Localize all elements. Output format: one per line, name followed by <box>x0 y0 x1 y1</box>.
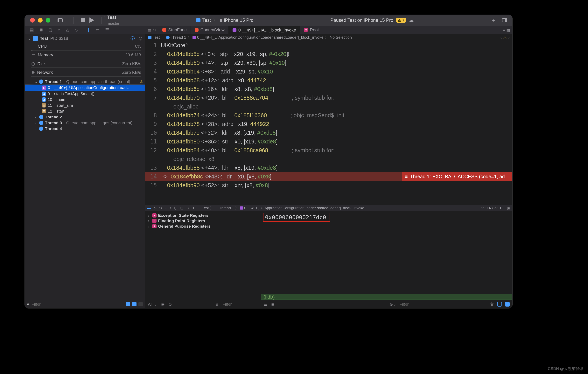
process-header[interactable]: ⌄ Test PID 6318 ⓘ ◎ <box>25 34 145 43</box>
chevron-right-icon: › <box>34 121 38 125</box>
chevron-right-icon: › <box>148 213 151 218</box>
issue-nav-icon[interactable]: △ <box>66 27 69 32</box>
quicklook-icon[interactable]: ⊙ <box>168 302 172 307</box>
stack-frame-row[interactable]: ▥11 start_sim <box>25 103 145 108</box>
tab-stubfunc[interactable]: StubFunc <box>158 26 190 34</box>
back-button[interactable]: ▤ <box>147 28 151 32</box>
chevron-down-icon: ⌄ <box>34 79 38 84</box>
continue-icon[interactable]: ▷ <box>154 206 157 210</box>
stack-frame-row[interactable]: ◪10 main <box>25 97 145 103</box>
variables-footer: All ⌄ ◉ ⊙ ⊜ <box>145 300 261 308</box>
disassembly-editor[interactable]: 1UIKitCore`: 2 0x184efbb5c <+0>: stp x20… <box>145 41 512 205</box>
stack-frame-row[interactable]: ▥12 start <box>25 108 145 114</box>
debug-simulate-icon[interactable]: ⤳ <box>186 206 189 210</box>
stack-frame-row[interactable]: ◪9 static TestApp.$main() <box>25 91 145 97</box>
scope-selector[interactable]: All ⌄ <box>148 302 157 307</box>
swift-icon <box>162 28 166 32</box>
svg-rect-3 <box>505 19 507 22</box>
lldb-console[interactable]: (lldb) <box>261 294 512 300</box>
hide-debug-icon[interactable]: ▬ <box>147 206 151 210</box>
debug-nav-icon[interactable]: ❘❘ <box>83 27 90 32</box>
frame-icon <box>240 207 243 209</box>
close-window[interactable] <box>30 18 35 22</box>
step-out-icon[interactable]: ↑ <box>170 206 172 210</box>
cloud-status-icon[interactable]: ☁︎ <box>409 17 414 23</box>
thread-row[interactable]: ⌄Thread 1 Queue: com.app…in-thread (seri… <box>25 79 145 84</box>
memory-gauge[interactable]: ▭Memory23.6 MB <box>25 52 145 58</box>
console-filter-input[interactable] <box>399 302 487 307</box>
register-group[interactable]: ›RGeneral Purpose Registers <box>148 224 258 229</box>
project-nav-icon[interactable]: ▤ <box>30 27 34 32</box>
stack-frame-row[interactable]: ◧0 __49+[_UIApplicationConfigurationLoad… <box>25 84 145 91</box>
jump-bar[interactable]: Test〉 Thread 1〉 0 __49+[_UIApplicationCo… <box>145 34 512 41</box>
tab-disassembly[interactable]: 0 __49+[_UIA…_block_invoke <box>229 26 300 34</box>
filter-opt2[interactable] <box>132 302 136 306</box>
toggle-console-icon[interactable] <box>505 302 510 307</box>
thread-row[interactable]: ›Thread 2 <box>25 114 145 120</box>
view-mode-icon[interactable]: ⬓ <box>264 302 268 307</box>
toggle-left-panel-icon[interactable] <box>56 16 64 24</box>
filter-opt1[interactable] <box>126 302 130 306</box>
tab-contentview[interactable]: ContentView <box>191 26 229 34</box>
sidebar-footer: ⊜ <box>25 300 145 308</box>
value-preview-pane: 0x0000600000217dc0 <box>261 211 512 294</box>
step-over-icon[interactable]: ↷ <box>159 206 162 210</box>
step-in-icon[interactable]: ↓ <box>165 206 167 210</box>
history-back[interactable]: ‹ <box>152 28 154 32</box>
thread-row[interactable]: ›Thread 4 <box>25 126 145 132</box>
register-group[interactable]: ›RFloating Point Registers <box>148 218 258 224</box>
zoom-window[interactable] <box>46 18 50 22</box>
debug-3d-icon[interactable]: ⬡ <box>174 206 178 210</box>
warning-icon[interactable]: ⚠︎ <box>503 35 507 40</box>
current-instruction-line: 14 -> 0x184efbb8c <+48>: ldr x0, [x8, #0… <box>145 172 512 181</box>
breakpoint-nav-icon[interactable]: ▭ <box>96 27 100 32</box>
run-destination[interactable]: Test 〉 ▮ iPhone 15 Pro <box>196 17 253 23</box>
variables-pane: ›RException State Registers ›RFloating P… <box>145 211 261 308</box>
network-gauge[interactable]: ⊕NetworkZero KB/s <box>25 69 145 76</box>
view-mode2-icon[interactable]: ▣ <box>271 302 274 307</box>
console-filter-icon[interactable]: ⊜⌄ <box>389 302 397 307</box>
scheme-branch[interactable]: ᚶTest master <box>103 15 119 25</box>
debug-location-icon[interactable]: ✈︎ <box>192 206 195 210</box>
minimap-icon[interactable]: ▣ <box>507 206 510 210</box>
add-editor-button[interactable]: ＋ <box>491 17 496 24</box>
register-icon: R <box>152 219 157 223</box>
tab-root[interactable]: mRoot <box>300 26 323 34</box>
app-icon <box>198 207 201 209</box>
run-button[interactable] <box>89 18 94 23</box>
report-nav-icon[interactable]: ☰ <box>105 27 109 32</box>
nav-fwd-icon[interactable]: › <box>508 35 510 40</box>
filter-opt3[interactable] <box>138 302 143 306</box>
test-nav-icon[interactable]: ◇ <box>74 27 78 32</box>
gauge-icon[interactable]: ◎ <box>139 36 142 41</box>
swift-icon <box>195 28 199 32</box>
error-banner[interactable]: ≡Thread 1: EXC_BAD_ACCESS (code=1, ad… <box>402 172 512 181</box>
disk-gauge[interactable]: ◴DiskZero KB/s <box>25 61 145 67</box>
bookmark-nav-icon[interactable]: ▢ <box>48 27 52 32</box>
register-group[interactable]: ›RException State Registers <box>148 213 258 218</box>
disk-icon: ◴ <box>31 61 35 66</box>
minimize-window[interactable] <box>38 18 42 22</box>
toggle-right-panel-icon[interactable] <box>501 16 508 24</box>
cpu-gauge[interactable]: ▢CPU0% <box>25 43 145 50</box>
thread-row[interactable]: ›Thread 3 Queue: com.appl…-qos (concurre… <box>25 120 145 126</box>
editor-options-icon[interactable]: ≡ <box>503 28 505 32</box>
find-nav-icon[interactable]: ⌕ <box>58 27 60 32</box>
stop-button[interactable] <box>81 18 85 22</box>
debug-panes: ›RException State Registers ›RFloating P… <box>145 211 512 308</box>
toggle-vars-icon[interactable] <box>497 302 502 307</box>
trash-icon[interactable]: 🗑 <box>490 302 494 307</box>
variables-filter-input[interactable] <box>223 302 258 307</box>
editor-split-icon[interactable]: ▦ <box>506 28 510 32</box>
eye-icon[interactable]: ◉ <box>161 302 165 307</box>
debug-memory-icon[interactable]: ⊟ <box>180 206 183 210</box>
source-control-nav-icon[interactable]: ⊠ <box>39 27 43 32</box>
info-icon[interactable]: ⓘ <box>130 36 135 42</box>
warning-badge[interactable]: ⚠︎ 7 <box>396 18 406 23</box>
sidebar-filter-input[interactable] <box>32 302 124 307</box>
frame-icon: ▥ <box>42 103 46 107</box>
debug-jump-bar[interactable]: Test〉 Thread 1〉 0 __49+[_UIApplicationCo… <box>198 206 364 210</box>
branch-icon: ᚶ <box>103 15 106 20</box>
history-fwd[interactable]: › <box>155 28 156 32</box>
nav-back-icon[interactable]: ‹ <box>501 35 502 40</box>
